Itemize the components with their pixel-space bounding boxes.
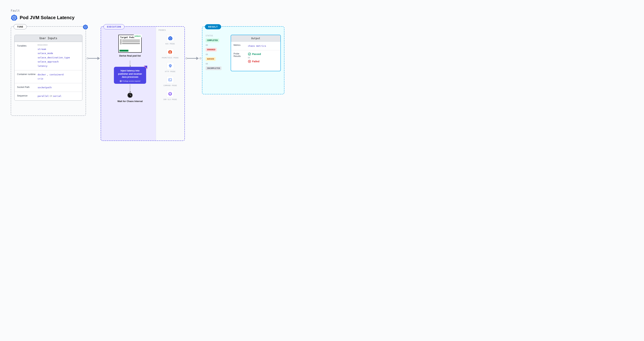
passed-text: Passed bbox=[252, 53, 261, 55]
row-label: Sequence bbox=[17, 94, 36, 98]
sequence-value: serial bbox=[53, 95, 62, 97]
solace-tag: solace. bbox=[134, 34, 142, 37]
output-card: Output Metrics chaos metrics Probe Resul… bbox=[231, 35, 281, 71]
kubernetes-icon bbox=[11, 14, 18, 21]
header: Fault Pod JVM Solace Latency bbox=[11, 9, 633, 21]
runtime-value: crio bbox=[38, 77, 80, 81]
target-pods-card: solace. Target Pods bbox=[118, 35, 142, 53]
terminal-icon bbox=[166, 76, 174, 84]
kicker-label: Fault bbox=[11, 9, 633, 12]
privilege-text: Privilege access required bbox=[122, 80, 140, 82]
execution-panel: EXECUTION solace. Target Pods Derive fin… bbox=[101, 26, 185, 141]
status-badge-queued: QUEUED bbox=[206, 57, 216, 61]
probe-label: SRM SLO PROBE bbox=[163, 99, 177, 101]
probe-label: HTTP PROBE bbox=[165, 71, 176, 73]
diagram-panels: TUNE User Inputs Tunables REQUIRED strea… bbox=[11, 26, 633, 141]
socket-value: socketpath bbox=[38, 86, 52, 89]
tunable-value: solace_approach bbox=[38, 60, 80, 64]
result-label: RESULT bbox=[205, 24, 221, 29]
tunable-value: solace_mode bbox=[38, 51, 80, 55]
passed-status: Passed bbox=[248, 52, 261, 56]
check-circle-icon bbox=[248, 52, 251, 56]
privilege-note: ✱Privilege access required bbox=[117, 80, 143, 82]
tunable-value: latency bbox=[38, 64, 80, 68]
failed-status: Failed bbox=[248, 60, 261, 63]
tunables-row: Tunables REQUIRED stream solace_mode sol… bbox=[14, 42, 82, 70]
probe-results-label: Probe Results bbox=[234, 52, 246, 63]
x-circle-icon bbox=[248, 60, 251, 63]
failed-text: Failed bbox=[252, 60, 259, 63]
row-label: Tunables bbox=[17, 44, 36, 68]
page-title: Pod JVM Solace Latency bbox=[20, 15, 74, 20]
arrow-connector bbox=[86, 57, 101, 60]
sequence-row: Sequence parallel OR serial bbox=[14, 92, 82, 100]
svg-rect-24 bbox=[169, 79, 172, 81]
step-derive-label: Derive final pod list bbox=[119, 54, 141, 57]
status-badge-incompleted: INCOMPLETED bbox=[206, 66, 222, 70]
kubernetes-icon bbox=[83, 24, 88, 29]
row-label: Socket Path bbox=[17, 85, 36, 89]
probe-prometheus: PROMETHEUS PROBE bbox=[162, 48, 179, 59]
or-text: OR bbox=[206, 44, 227, 46]
arrow-down-icon bbox=[130, 84, 130, 92]
kubernetes-icon bbox=[166, 34, 174, 42]
probe-results-row: Probe Results Passed OR Failed bbox=[231, 50, 280, 65]
or-keyword: OR bbox=[50, 95, 52, 97]
globe-icon bbox=[166, 62, 174, 70]
metrics-value: chaos metrics bbox=[248, 44, 266, 48]
svg-point-2 bbox=[14, 17, 15, 18]
status-badge-completed: COMPLETED bbox=[206, 38, 219, 42]
prometheus-icon bbox=[166, 48, 174, 56]
runtime-value: containerd bbox=[50, 73, 64, 76]
probe-srm: SRM SLO PROBE bbox=[163, 90, 177, 101]
probe-label: PROMETHEUS PROBE bbox=[162, 57, 179, 59]
metrics-row: Metrics chaos metrics bbox=[231, 42, 280, 50]
tune-panel: TUNE User Inputs Tunables REQUIRED strea… bbox=[11, 26, 86, 116]
svg-marker-18 bbox=[168, 36, 172, 40]
separator: , bbox=[47, 73, 50, 76]
shield-check-icon bbox=[166, 90, 174, 98]
tunable-value: solace_destination_type bbox=[38, 55, 80, 60]
corner-decoration-icon bbox=[144, 66, 147, 69]
socket-path-row: Socket Path socketpath bbox=[14, 83, 82, 92]
probe-http: HTTP PROBE bbox=[165, 62, 176, 73]
row-label: Container runtime bbox=[17, 72, 36, 81]
or-text: OR bbox=[248, 57, 261, 59]
svg-point-27 bbox=[248, 53, 251, 55]
probe-command: COMMAND PROBE bbox=[163, 76, 177, 87]
arrow-connector bbox=[185, 57, 202, 60]
probe-label: COMMAND PROBE bbox=[163, 85, 177, 87]
or-text: OR bbox=[206, 53, 227, 56]
or-text: OR bbox=[206, 63, 227, 65]
probes-title: PROBES bbox=[158, 29, 166, 31]
output-header: Output bbox=[231, 35, 280, 42]
execution-label: EXECUTION bbox=[104, 24, 124, 29]
probe-label: K8S PROBE bbox=[166, 43, 175, 45]
svg-point-11 bbox=[85, 27, 86, 27]
metrics-label: Metrics bbox=[234, 44, 246, 48]
probe-k8s: K8S PROBE bbox=[166, 34, 175, 45]
result-panel: RESULT STATUS COMPLETED OR ERRORED OR QU… bbox=[202, 26, 284, 94]
runtime-value: docker bbox=[38, 73, 46, 76]
arrow-down-icon bbox=[130, 61, 130, 66]
clock-icon bbox=[127, 92, 133, 98]
status-column: STATUS COMPLETED OR ERRORED OR QUEUED OR… bbox=[206, 35, 227, 71]
status-title: STATUS bbox=[206, 35, 227, 37]
required-label: REQUIRED bbox=[38, 44, 80, 46]
tune-label: TUNE bbox=[14, 24, 27, 29]
inject-text: Inject latency into publisher and receiv… bbox=[117, 69, 143, 79]
card-header: User Inputs bbox=[14, 35, 82, 42]
container-runtime-row: Container runtime docker , containerd cr… bbox=[14, 70, 82, 83]
probes-section: PROBES K8S PROBE PROMETHEUS PROBE HTTP P… bbox=[156, 27, 184, 140]
tunable-value: stream bbox=[38, 47, 80, 51]
status-badge-errored: ERRORED bbox=[206, 48, 217, 51]
inject-card: Inject latency into publisher and receiv… bbox=[114, 67, 146, 84]
step-wait-label: Wait for Chaos Interval bbox=[117, 100, 142, 103]
sequence-value: parallel bbox=[38, 95, 49, 97]
user-inputs-card: User Inputs Tunables REQUIRED stream sol… bbox=[14, 35, 82, 101]
